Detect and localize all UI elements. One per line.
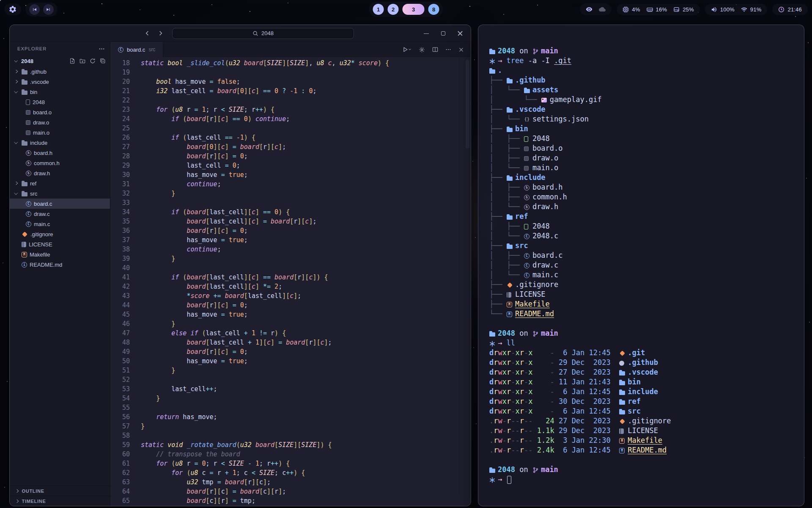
section-timeline[interactable]: TIMELINE bbox=[10, 496, 110, 506]
ram-module[interactable]: 16% bbox=[647, 6, 667, 13]
code-text: has_move = true; bbox=[130, 310, 248, 319]
refresh-button[interactable] bbox=[90, 58, 96, 64]
obj-icon bbox=[26, 120, 30, 125]
ll-row-src: drwxr-xr-x - 6 Jan 12:45 src bbox=[489, 406, 793, 416]
tree-item-.vscode[interactable]: .vscode bbox=[10, 77, 110, 87]
workspace-2[interactable]: 2 bbox=[388, 4, 399, 15]
tree-item-ref[interactable]: ref bbox=[10, 178, 110, 188]
code-text: last_cell = 0; bbox=[130, 161, 240, 170]
status-group-connectivity: 100%91% bbox=[705, 4, 768, 15]
media-prev-button[interactable] bbox=[29, 4, 40, 15]
tree-item-.gitignore[interactable]: .gitignore bbox=[10, 229, 110, 239]
tree-item-draw.h[interactable]: draw.h bbox=[10, 168, 110, 178]
code-editor[interactable]: 18static bool _slide_col(u32 board[SIZE]… bbox=[110, 57, 471, 506]
ch-icon bbox=[26, 150, 31, 156]
image-icon bbox=[541, 98, 547, 102]
tab-file-icon bbox=[118, 46, 123, 53]
workspace-1[interactable]: 1 bbox=[373, 4, 384, 15]
code-text: } bbox=[130, 254, 175, 263]
book-icon bbox=[619, 428, 624, 434]
line-number: 46 bbox=[110, 319, 130, 329]
tree-item-include[interactable]: include bbox=[10, 138, 110, 148]
terminal-window[interactable]: 2048 on main→ tree -a -I .git.├── .githu… bbox=[478, 25, 804, 506]
back-button[interactable] bbox=[144, 30, 151, 36]
tree-item-.github[interactable]: .github bbox=[10, 66, 110, 77]
tree-item-draw.c[interactable]: draw.c bbox=[10, 209, 110, 219]
ram-value: 16% bbox=[656, 6, 667, 13]
workspace-8[interactable]: 8 bbox=[428, 4, 439, 15]
launcher-button[interactable] bbox=[4, 3, 21, 15]
explorer-more-actions-button[interactable] bbox=[99, 46, 105, 52]
split-button[interactable] bbox=[432, 47, 438, 52]
forward-button[interactable] bbox=[157, 30, 164, 36]
tree-item-main.o[interactable]: main.o bbox=[10, 127, 110, 138]
tree-item-license[interactable]: LICENSE bbox=[10, 239, 110, 249]
line-number: 34 bbox=[110, 207, 130, 217]
tree-item-label: LICENSE bbox=[29, 241, 52, 248]
more-button[interactable] bbox=[445, 47, 451, 52]
tree-item-draw.o[interactable]: draw.o bbox=[10, 117, 110, 127]
tree-line-2048: │ ├── 2048 bbox=[489, 134, 793, 144]
close-button[interactable] bbox=[457, 30, 463, 36]
gear-icon bbox=[8, 5, 17, 14]
section-outline[interactable]: OUTLINE bbox=[10, 486, 110, 496]
code-line-65: 65 board[c][r] = tmp; bbox=[110, 496, 471, 505]
line-number: 40 bbox=[110, 263, 130, 273]
chevron-down-icon bbox=[14, 191, 18, 195]
new-folder-button[interactable] bbox=[80, 58, 85, 64]
new-file-button[interactable] bbox=[69, 58, 75, 64]
code-text: for (u8 r = 1; r < SIZE; r++) { bbox=[130, 105, 274, 114]
code-line-23: 23 for (u8 r = 1; r < SIZE; r++) { bbox=[110, 105, 471, 114]
code-line-30: 30 has_move = true; bbox=[110, 170, 471, 179]
folder-icon bbox=[489, 469, 495, 473]
clock-module[interactable]: 21:46 bbox=[778, 6, 802, 13]
code-line-33: 33 bbox=[110, 198, 471, 207]
tree-item-board.c[interactable]: board.c bbox=[10, 199, 110, 209]
editor-scrollbar[interactable] bbox=[466, 60, 469, 149]
tree-item-src[interactable]: src bbox=[10, 188, 110, 199]
close-x-icon bbox=[458, 47, 464, 52]
volume-module[interactable]: 100% bbox=[711, 6, 735, 13]
new-file-icon bbox=[69, 58, 75, 64]
git-icon bbox=[620, 351, 625, 356]
folder-icon bbox=[507, 79, 513, 83]
wifi-module[interactable]: 91% bbox=[741, 6, 762, 13]
disk-icon bbox=[673, 6, 680, 13]
code-line-59: 59static void _rotate_board(u32 board[SI… bbox=[110, 440, 471, 450]
tree-item-board.h[interactable]: board.h bbox=[10, 148, 110, 158]
code-text bbox=[130, 124, 141, 133]
workspace-root-row[interactable]: 2048 bbox=[10, 55, 110, 66]
run-button[interactable] bbox=[402, 47, 411, 52]
tree-item-common.h[interactable]: common.h bbox=[10, 158, 110, 168]
workspace-3[interactable]: 3 bbox=[403, 4, 425, 15]
tree-item-main.c[interactable]: main.c bbox=[10, 219, 110, 229]
maximize-button[interactable] bbox=[440, 30, 446, 36]
cpu-module[interactable]: 4% bbox=[623, 6, 640, 13]
terminal-prompt-line: 2048 on main bbox=[489, 465, 793, 475]
root-chevron-slot bbox=[13, 60, 19, 62]
collapse-all-button[interactable] bbox=[100, 58, 106, 64]
close-x-button[interactable] bbox=[458, 47, 464, 52]
cloud-module[interactable] bbox=[599, 6, 606, 13]
branch-icon bbox=[532, 48, 539, 55]
disk-module[interactable]: 25% bbox=[673, 6, 694, 13]
history-nav bbox=[144, 30, 164, 36]
editor-tab-board.c[interactable]: board.c src bbox=[110, 42, 163, 57]
split-icon bbox=[432, 47, 438, 52]
tree-item-board.o[interactable]: board.o bbox=[10, 107, 110, 117]
tree-item-2048[interactable]: 2048 bbox=[10, 97, 110, 107]
minimize-button[interactable] bbox=[423, 30, 429, 36]
tree-item-bin[interactable]: bin bbox=[10, 87, 110, 97]
line-number: 53 bbox=[110, 384, 130, 394]
tree-line-.github: ├── .github bbox=[489, 75, 793, 85]
tree-item-readme.md[interactable]: README.md bbox=[10, 260, 110, 270]
line-number: 30 bbox=[110, 170, 130, 179]
tree-item-label: README.md bbox=[30, 262, 62, 268]
command-center-search[interactable]: 2048 bbox=[172, 28, 354, 39]
terminal-cursor bbox=[507, 476, 511, 484]
ch-icon bbox=[524, 204, 529, 210]
gear-button[interactable] bbox=[419, 47, 425, 53]
eye-module[interactable] bbox=[586, 6, 593, 13]
tree-item-makefile[interactable]: Makefile bbox=[10, 249, 110, 260]
media-next-button[interactable] bbox=[43, 4, 54, 15]
